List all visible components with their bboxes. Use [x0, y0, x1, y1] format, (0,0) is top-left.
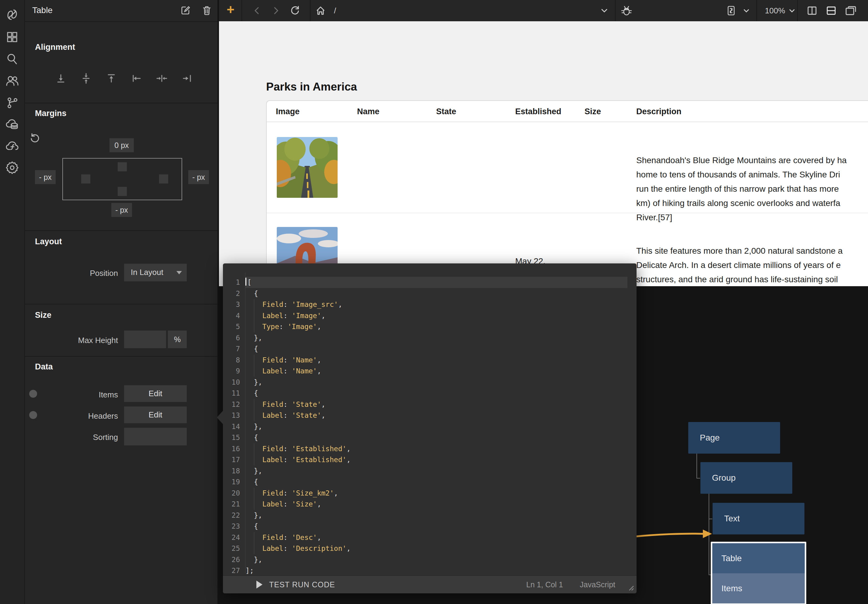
delete-component-icon[interactable] [201, 4, 213, 16]
edit-component-icon[interactable] [180, 4, 192, 16]
margin-handle-right[interactable] [159, 175, 168, 184]
node-label: Group [712, 473, 736, 483]
nav-back-icon[interactable] [250, 4, 264, 17]
split-columns-icon[interactable] [805, 4, 819, 17]
resize-grip-icon[interactable] [626, 583, 634, 591]
code-line[interactable]: Label: 'Established', [245, 454, 628, 465]
code-line[interactable]: }, [245, 377, 628, 388]
code-line[interactable]: Field: 'Image_src', [245, 299, 628, 310]
margin-handle-top[interactable] [118, 162, 127, 171]
code-line[interactable]: Field: 'Name', [245, 355, 628, 366]
refresh-icon[interactable] [288, 4, 302, 17]
code-line[interactable]: { [245, 521, 628, 532]
code-line[interactable]: Field: 'State', [245, 399, 628, 410]
code-line[interactable]: }, [245, 421, 628, 433]
items-binding-dot[interactable] [29, 390, 37, 398]
add-component-button[interactable]: + [224, 3, 237, 16]
debug-bug-icon[interactable] [620, 4, 633, 17]
margin-handle-bottom[interactable] [118, 187, 127, 196]
align-center-horizontal-icon[interactable] [157, 69, 167, 88]
align-left-icon[interactable] [131, 69, 142, 88]
zoom-level[interactable]: 100% [765, 6, 785, 15]
code-line[interactable]: ]; [245, 565, 628, 576]
search-icon[interactable] [5, 52, 19, 66]
outline-node-text[interactable]: Text [713, 503, 804, 534]
node-label: Page [700, 433, 719, 443]
col-header-name[interactable]: Name [357, 107, 380, 116]
inspector-title: Table [32, 5, 53, 15]
max-height-input[interactable] [124, 331, 166, 348]
align-middle-vertical-icon[interactable] [81, 69, 91, 88]
logo-icon[interactable] [5, 8, 19, 21]
binding-arrow [634, 525, 714, 543]
code-line[interactable]: Field: 'Size_km2', [245, 488, 628, 499]
align-top-icon[interactable] [106, 69, 117, 88]
outline-node-page[interactable]: Page [688, 422, 780, 454]
margins-section-label: Margins [35, 109, 67, 118]
users-icon[interactable] [5, 74, 19, 88]
items-edit-button[interactable]: Edit [124, 385, 187, 402]
code-line[interactable]: Field: 'Desc', [245, 532, 628, 543]
margin-top-value[interactable]: 0 px [110, 138, 134, 152]
sorting-input[interactable] [124, 428, 187, 445]
reset-margins-icon[interactable] [29, 133, 40, 144]
margin-left-value[interactable]: - px [35, 170, 56, 184]
code-line[interactable]: }, [245, 510, 628, 521]
position-select[interactable]: In Layout [124, 264, 187, 281]
code-editor-popover[interactable]: 1234567891011121314151617181920212223242… [223, 263, 637, 593]
outline-node-table[interactable]: Table [712, 543, 805, 573]
align-right-icon[interactable] [181, 69, 192, 88]
code-line[interactable]: Label: 'Description', [245, 543, 628, 554]
language-mode[interactable]: JavaScript [580, 580, 615, 589]
outline-node-table-selected[interactable]: Table Items [711, 542, 806, 604]
outline-node-group[interactable]: Group [701, 462, 792, 494]
max-height-unit[interactable]: % [168, 331, 187, 348]
code-line[interactable]: { [245, 388, 628, 399]
home-icon[interactable] [314, 4, 327, 17]
code-line[interactable]: [ [245, 277, 628, 288]
cloud-function-icon[interactable] [5, 139, 19, 153]
col-header-description[interactable]: Description [636, 107, 682, 116]
split-rows-icon[interactable] [825, 4, 838, 17]
outline-node-items[interactable]: Items [712, 573, 805, 603]
margin-bottom-value[interactable]: - px [111, 203, 132, 217]
shenandoah-photo [277, 137, 338, 198]
code-line[interactable]: }, [245, 554, 628, 565]
col-header-state[interactable]: State [436, 107, 456, 116]
code-line[interactable]: Field: 'Established', [245, 443, 628, 454]
margin-right-value[interactable]: - px [188, 170, 209, 184]
windows-stack-icon[interactable] [844, 4, 857, 17]
components-grid-icon[interactable] [5, 30, 19, 44]
align-bottom-icon[interactable] [55, 69, 66, 88]
col-header-size[interactable]: Size [584, 107, 601, 116]
code-line[interactable]: Type: 'Image', [245, 321, 628, 332]
cloud-database-icon[interactable] [5, 118, 19, 131]
headers-binding-dot[interactable] [29, 411, 37, 419]
max-height-label: Max Height [51, 336, 118, 345]
headers-edit-button[interactable]: Edit [124, 406, 187, 423]
settings-gear-icon[interactable] [5, 161, 19, 175]
code-line[interactable]: { [245, 476, 628, 488]
code-line[interactable]: Label: 'Size', [245, 499, 628, 510]
code-line[interactable]: }, [245, 465, 628, 477]
col-header-image[interactable]: Image [276, 107, 299, 116]
breadcrumb[interactable]: / [334, 6, 336, 15]
code-line[interactable]: { [245, 432, 628, 443]
code-line[interactable]: Label: 'State', [245, 410, 628, 421]
code-line[interactable]: { [245, 343, 628, 355]
zoom-chevron-down-icon[interactable] [785, 4, 799, 17]
app-canvas[interactable]: Parks in America Image Name State Establ… [219, 21, 868, 286]
code-line[interactable]: }, [245, 332, 628, 344]
viewport-chevron-down-icon[interactable] [740, 4, 753, 17]
code-line[interactable]: Label: 'Image', [245, 310, 628, 321]
margin-handle-left[interactable] [81, 175, 90, 184]
nav-forward-icon[interactable] [269, 4, 282, 17]
parks-table[interactable]: Image Name State Established Size Descri… [266, 100, 868, 286]
branch-icon[interactable] [5, 96, 19, 110]
url-chevron-down-icon[interactable] [598, 4, 611, 17]
code-line[interactable]: { [245, 288, 628, 299]
code-line[interactable]: Label: 'Name', [245, 366, 628, 377]
col-header-established[interactable]: Established [515, 107, 561, 116]
viewport-size-icon[interactable] [724, 4, 738, 17]
test-run-code-button[interactable]: TEST RUN CODE [256, 580, 335, 589]
